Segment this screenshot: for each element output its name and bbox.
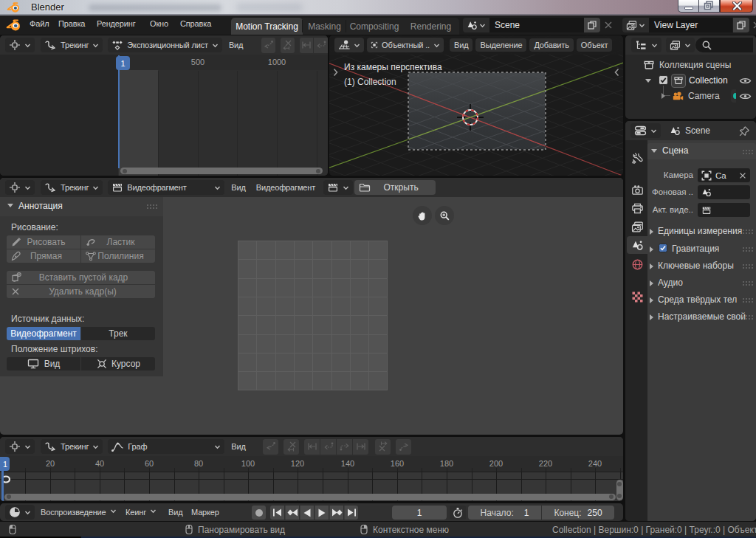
jump-end-icon[interactable] (353, 439, 368, 455)
scene-name-field[interactable]: Scene (489, 18, 584, 32)
graph-menu-view[interactable]: Вид (227, 442, 249, 451)
panel-grip[interactable] (146, 204, 157, 209)
annotation-source-track-toggle[interactable]: Трек (81, 327, 155, 340)
next-keyframe-button[interactable] (329, 506, 343, 520)
play-reverse-button[interactable] (300, 506, 314, 520)
graph-ruler[interactable]: 20406080100120140160180200220240 (0, 456, 623, 472)
clip-view-dropdown[interactable]: Видеофрагмент (108, 180, 224, 195)
properties-editor-type-button[interactable] (630, 123, 661, 138)
minimize-button[interactable] (678, 0, 699, 13)
tab-rendering[interactable]: Rendering (402, 18, 459, 35)
panel-grip[interactable] (742, 229, 753, 234)
annotation-line-button[interactable]: Прямая (7, 249, 80, 263)
graph-v-scrollbar[interactable] (616, 480, 623, 500)
maximize-button[interactable] (699, 0, 720, 13)
collection-checkbox[interactable] (659, 75, 668, 85)
view-layer-new-button[interactable] (733, 18, 749, 32)
clip-editor-type-button[interactable] (5, 180, 35, 195)
panel-grip[interactable] (742, 314, 753, 320)
hide-camera-eye-icon[interactable] (739, 92, 752, 101)
graph-current-frame-marker[interactable]: 1 (0, 457, 10, 471)
view-layer-name-field[interactable]: View Layer (649, 18, 732, 32)
menu-file[interactable]: Файл (26, 19, 52, 28)
jump-start-icon[interactable] (304, 439, 320, 455)
annotation-delete-frame-button[interactable]: Удалить кадр(ы) (7, 285, 155, 298)
clip-pan-gizmo[interactable] (413, 206, 432, 225)
tab-compositing[interactable]: Compositing (346, 18, 402, 35)
props-tab-world[interactable] (627, 255, 647, 273)
jump-start-button[interactable] (270, 506, 284, 520)
clip-mode-dropdown[interactable]: Трекинг (41, 180, 103, 195)
panel-grip[interactable] (742, 297, 753, 303)
viewport-editor-type-button[interactable] (334, 38, 364, 52)
viewport-menu-add[interactable]: Добавить (529, 38, 573, 52)
current-frame-field[interactable]: 1 (392, 506, 447, 520)
view-layer-browse-button[interactable] (622, 18, 649, 32)
props-tab-render[interactable] (627, 181, 647, 199)
props-tab-tool[interactable] (627, 149, 647, 167)
clear-before-icon[interactable] (284, 439, 299, 455)
track-backwards-icon[interactable] (314, 38, 328, 53)
clear-before-icon[interactable] (281, 38, 295, 53)
blender-menu-logo[interactable] (6, 18, 21, 32)
dope-ruler[interactable]: 500 1000 (118, 55, 328, 70)
scene-panel-header[interactable]: Сцена (647, 143, 756, 159)
clear-after-icon[interactable] (375, 439, 391, 455)
annotation-panel-header[interactable]: Аннотация (0, 197, 163, 215)
annotation-poly-button[interactable]: Полилиния (81, 249, 155, 263)
timeline-menu-marker[interactable]: Маркер (191, 508, 219, 517)
unlink-icon[interactable] (738, 171, 747, 180)
prev-keyframe-button[interactable] (285, 506, 299, 520)
props-panel-custom-properties[interactable]: Настраиваемые свой (647, 308, 756, 326)
props-tab-output[interactable] (627, 199, 647, 217)
track-backwards-single-icon[interactable] (261, 38, 275, 53)
clip-open-button[interactable]: Открыть (354, 180, 436, 195)
viewport-mode-dropdown[interactable]: Объектный .. (367, 38, 444, 52)
clip-browse-button[interactable] (323, 180, 353, 195)
timeline-menu-view[interactable]: Вид (168, 508, 182, 517)
expand-collection-icon[interactable] (645, 79, 651, 83)
annotation-erase-button[interactable]: Ластик (81, 235, 155, 249)
jump-end-button[interactable] (344, 506, 358, 520)
use-preview-range-button[interactable] (450, 506, 466, 520)
viewport-canvas[interactable] (329, 35, 623, 176)
scene-browse-button[interactable] (463, 18, 489, 32)
dope-view-dropdown[interactable]: Экспозиционный лист (108, 38, 222, 52)
dope-h-scrollbar[interactable] (120, 168, 323, 174)
tab-motion-tracking[interactable]: Motion Tracking (231, 18, 303, 35)
gravity-checkbox[interactable] (659, 244, 667, 252)
toolbar-expand-icon[interactable] (332, 67, 339, 77)
viewport-menu-view[interactable]: Вид (450, 38, 472, 52)
track-forwards-icon[interactable] (337, 439, 352, 455)
outliner-search-field[interactable] (695, 38, 753, 52)
props-panel-units[interactable]: Единицы измерения (647, 223, 756, 241)
scene-new-button[interactable] (584, 18, 600, 32)
dope-editor-type-button[interactable] (5, 38, 35, 52)
scene-unlink-button[interactable] (603, 20, 614, 30)
annotation-placement-cursor-toggle[interactable]: Курсор (81, 357, 155, 370)
panel-grip[interactable] (742, 149, 753, 154)
record-button[interactable] (252, 506, 266, 520)
panel-grip[interactable] (742, 246, 753, 252)
graph-editor-type-button[interactable] (5, 439, 35, 454)
jump-start-icon[interactable] (300, 38, 314, 53)
outliner-row-collection[interactable]: Collection (625, 73, 756, 89)
outliner-row-scene-collection[interactable]: Коллекция сцены (625, 58, 756, 73)
timeline-keying-menu[interactable]: Кеинг (126, 508, 157, 517)
panel-grip[interactable] (742, 280, 753, 286)
frame-start-field[interactable]: Начало: 1 (468, 506, 541, 520)
outliner-row-camera[interactable]: Camera (625, 89, 756, 104)
annotation-draw-button[interactable]: Рисовать (7, 235, 80, 249)
props-panel-rigid-body-world[interactable]: Среда твёрдых тел (647, 292, 756, 309)
outliner-filter-button[interactable] (666, 38, 695, 52)
props-panel-gravity[interactable]: Гравитация (647, 241, 756, 258)
timeline-playback-menu[interactable]: Воспроизведение (41, 508, 117, 517)
frame-end-field[interactable]: Конец: 250 (542, 506, 614, 520)
annotation-placement-view-toggle[interactable]: Вид (7, 357, 80, 370)
track-backwards-single-icon[interactable] (263, 439, 278, 455)
props-panel-audio[interactable]: Аудио (647, 275, 756, 292)
clip-menu-view[interactable]: Вид (227, 183, 249, 192)
sidebar-expand-icon[interactable] (614, 67, 620, 77)
dope-current-frame-marker[interactable]: 1 (116, 56, 130, 70)
menu-window[interactable]: Окно (146, 19, 172, 28)
